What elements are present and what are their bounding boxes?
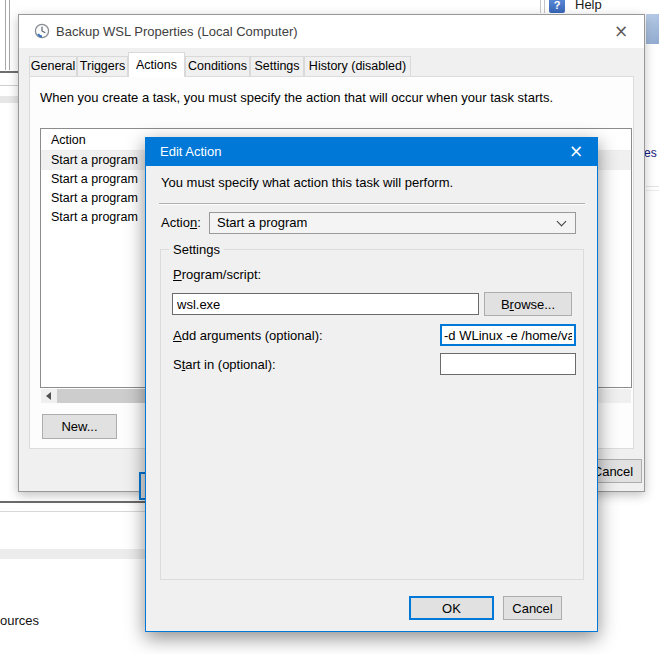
help-menu-item[interactable]: Help: [575, 0, 602, 12]
tab-history-disabled[interactable]: History (disabled): [304, 56, 411, 77]
background-partial-text: es: [644, 146, 657, 160]
edit-action-dialog: Edit Action × You must specify what acti…: [145, 137, 598, 632]
background-divider: [0, 85, 18, 86]
toolbar-separator: [544, 0, 545, 13]
program-script-input[interactable]: [172, 293, 479, 315]
start-in-input[interactable]: [440, 353, 576, 375]
task-scheduler-icon: [34, 23, 50, 39]
tab-actions[interactable]: Actions: [128, 52, 185, 77]
program-script-label: Program/script:: [173, 267, 261, 282]
divider: [159, 203, 585, 205]
background-band: [0, 96, 18, 103]
add-arguments-label: Add arguments (optional):: [173, 328, 323, 343]
add-arguments-input[interactable]: [440, 324, 576, 346]
background-scrollbar-fragment: [5, 0, 10, 70]
action-label: Action:: [161, 215, 201, 230]
chevron-down-icon: [557, 217, 567, 227]
properties-titlebar: Backup WSL Properties (Local Computer) ×: [19, 15, 644, 48]
settings-group-label: Settings: [169, 242, 224, 257]
background-divider: [646, 190, 659, 191]
edit-action-title: Edit Action: [160, 144, 221, 159]
browse-button[interactable]: Browse...: [484, 292, 572, 316]
tab-settings[interactable]: Settings: [250, 56, 304, 77]
scroll-left-icon[interactable]: [41, 389, 56, 403]
background-partial-text: ources: [0, 613, 39, 628]
new-button[interactable]: New...: [42, 414, 117, 439]
action-type-select[interactable]: Start a program: [209, 212, 576, 234]
settings-group: Settings Program/script: Browse... Add a…: [160, 249, 584, 580]
cancel-button[interactable]: Cancel: [503, 596, 562, 620]
tab-conditions[interactable]: Conditions: [185, 56, 250, 77]
background-divider: [646, 186, 659, 187]
close-icon[interactable]: ×: [555, 138, 597, 166]
background-window-edge: [0, 501, 145, 503]
background-image-fragment: [646, 14, 659, 44]
tab-general[interactable]: General: [29, 56, 77, 77]
properties-dialog-title: Backup WSL Properties (Local Computer): [56, 24, 298, 39]
ok-button[interactable]: OK: [409, 596, 494, 620]
tab-triggers[interactable]: Triggers: [77, 56, 128, 77]
background-list-row: [0, 549, 145, 559]
toolbar-separator: [540, 0, 541, 13]
background-divider: [0, 71, 18, 73]
help-icon[interactable]: ?: [549, 0, 565, 13]
background-divider: [0, 511, 145, 512]
edit-action-info-text: You must specify what action this task w…: [161, 175, 453, 190]
action-type-value: Start a program: [217, 215, 307, 230]
close-icon[interactable]: ×: [606, 20, 636, 44]
start-in-label: Start in (optional):: [173, 357, 276, 372]
edit-action-titlebar: Edit Action ×: [146, 138, 597, 166]
actions-intro-text: When you create a task, you must specify…: [40, 90, 553, 105]
